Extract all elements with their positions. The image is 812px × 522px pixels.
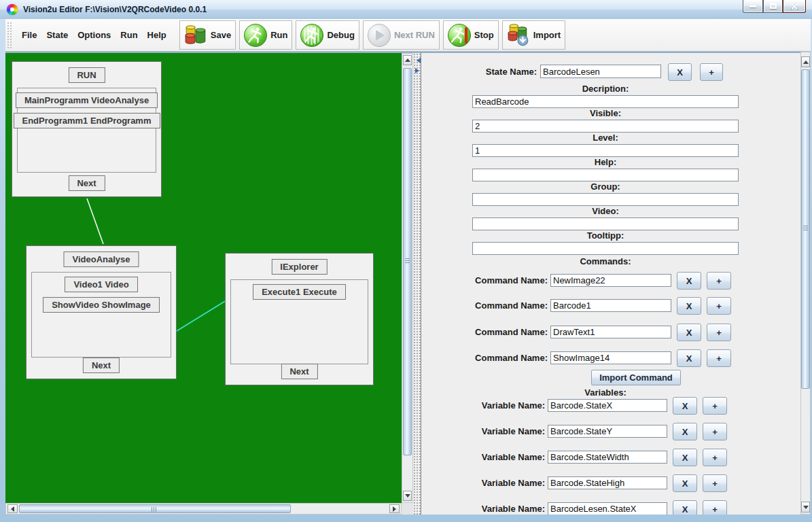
command-name-input[interactable]	[550, 299, 671, 312]
video-input[interactable]	[472, 218, 739, 230]
delete-variable-button[interactable]: X	[673, 449, 697, 466]
tooltip-input[interactable]	[472, 242, 739, 255]
variable-row: Variable Name: X +	[421, 500, 800, 515]
delete-variable-button[interactable]: X	[673, 423, 697, 440]
arrow-up-icon	[405, 56, 410, 62]
panel-vertical-scrollbar[interactable]	[800, 52, 811, 515]
help-input[interactable]	[472, 169, 739, 181]
add-variable-button[interactable]: +	[703, 449, 727, 466]
add-command-button[interactable]: +	[707, 324, 731, 341]
app-window: Vision2u Editor F:\Vision\V2QRCodeVideo …	[0, 0, 812, 522]
window-title: Vision2u Editor F:\Vision\V2QRCodeVideo …	[23, 5, 207, 14]
delete-variable-button[interactable]: X	[673, 500, 697, 515]
visible-label: Visible:	[472, 108, 739, 119]
split-divider[interactable]	[413, 52, 421, 515]
app-icon	[7, 4, 18, 15]
import-command-button[interactable]: Import Command	[591, 370, 681, 385]
delete-command-button[interactable]: X	[677, 324, 701, 341]
maximize-button[interactable]	[763, 0, 783, 13]
collapse-left-icon[interactable]	[414, 58, 421, 63]
variable-name-input[interactable]	[548, 502, 667, 515]
state-command-button[interactable]: Video1 Video	[65, 277, 137, 292]
toolbar-run-button[interactable]: Run	[239, 20, 292, 50]
command-row: Command Name: X +	[421, 297, 800, 315]
scroll-left-button[interactable]	[7, 504, 18, 513]
add-variable-button[interactable]: +	[703, 397, 727, 415]
add-command-button[interactable]: +	[707, 349, 731, 367]
toolbar-import-button[interactable]: Import	[502, 20, 565, 50]
menu-options[interactable]: Options	[73, 20, 116, 51]
state-command-button[interactable]: MainProgramm VideoAnalyse	[16, 92, 158, 108]
canvas-horizontal-scrollbar[interactable]	[5, 503, 402, 515]
scroll-down-button[interactable]	[403, 491, 412, 501]
state-command-button[interactable]: EndProgramm1 EndProgramm	[14, 113, 160, 128]
description-input[interactable]	[472, 95, 739, 108]
state-command-button[interactable]: Execute1 Execute	[253, 284, 346, 300]
add-variable-button[interactable]: +	[703, 423, 727, 440]
state-name-input[interactable]	[540, 65, 661, 78]
add-command-button[interactable]: +	[707, 272, 731, 290]
level-input[interactable]	[472, 144, 739, 157]
delete-variable-button[interactable]: X	[673, 474, 697, 492]
command-name-input[interactable]	[550, 351, 671, 364]
toolbar-stop-button[interactable]: Stop	[443, 20, 499, 50]
state-box-run[interactable]: RUN MainProgramm VideoAnalyse EndProgram…	[12, 61, 162, 197]
state-box-videoanalyse[interactable]: VideoAnalyse Video1 Video ShowVideo Show…	[26, 245, 177, 379]
canvas-hscroll-thumb[interactable]	[19, 504, 291, 513]
canvas-vertical-scrollbar[interactable]	[402, 53, 413, 503]
variable-name-input[interactable]	[548, 451, 667, 464]
variable-name-input[interactable]	[548, 476, 667, 489]
menu-file[interactable]: File	[17, 20, 41, 51]
delete-command-button[interactable]: X	[677, 297, 701, 315]
toolbar-next-run-button: Next RUN	[363, 20, 440, 50]
state-title-button[interactable]: IExplorer	[271, 259, 327, 275]
arrow-up-icon	[803, 58, 809, 64]
group-label: Group:	[472, 181, 739, 192]
panel-scroll-thumb[interactable]	[801, 69, 810, 389]
state-title-button[interactable]: RUN	[68, 67, 105, 83]
variable-name-input[interactable]	[548, 399, 667, 412]
scroll-up-button[interactable]	[403, 55, 412, 65]
command-name-input[interactable]	[550, 326, 671, 338]
menu-run[interactable]: Run	[116, 20, 142, 51]
add-command-button[interactable]: +	[707, 297, 731, 315]
state-canvas[interactable]: RUN MainProgramm VideoAnalyse EndProgram…	[5, 53, 402, 503]
delete-command-button[interactable]: X	[677, 272, 701, 290]
minimize-button[interactable]	[743, 0, 763, 13]
scroll-right-button[interactable]	[389, 504, 400, 513]
command-name-label: Command Name:	[421, 349, 548, 367]
toolbar-save-button[interactable]: Save	[179, 20, 236, 50]
tooltip-label: Tooltipp:	[472, 230, 739, 241]
visible-input[interactable]	[472, 120, 739, 133]
delete-state-button[interactable]: X	[668, 63, 692, 81]
add-variable-button[interactable]: +	[703, 500, 727, 515]
link-run-to-videoanalyse	[87, 198, 103, 244]
add-variable-button[interactable]: +	[703, 474, 727, 492]
menu-help[interactable]: Help	[143, 20, 171, 51]
delete-variable-button[interactable]: X	[673, 397, 697, 415]
state-title-button[interactable]: VideoAnalyse	[63, 251, 139, 267]
toolbar-next-run-label: Next RUN	[394, 30, 435, 40]
add-state-button[interactable]: +	[700, 63, 723, 81]
state-name-row: State Name: X +	[421, 63, 800, 81]
panel-scroll-down-button[interactable]	[801, 502, 810, 512]
next-button[interactable]: Next	[281, 364, 317, 379]
command-name-input[interactable]	[550, 274, 671, 287]
variable-name-label: Variable Name:	[421, 449, 545, 466]
state-properties-panel: State Name: X + Decription: Visible: Lev…	[421, 52, 800, 515]
panel-scroll-up-button[interactable]	[801, 56, 810, 67]
scrollbar-corner	[402, 503, 413, 515]
menu-state[interactable]: State	[41, 20, 73, 51]
state-command-button[interactable]: ShowVideo ShowImage	[43, 297, 160, 313]
canvas-vscroll-thumb[interactable]	[403, 68, 412, 455]
toolbar-debug-button[interactable]: Debug	[296, 20, 359, 50]
toolbar-drag-grip[interactable]	[7, 22, 13, 49]
group-input[interactable]	[472, 193, 739, 206]
state-box-iexplorer[interactable]: IExplorer Execute1 Execute Next	[225, 253, 374, 385]
delete-command-button[interactable]: X	[677, 349, 701, 367]
link-videoanalyse-to-iexplorer	[177, 300, 226, 331]
close-button[interactable]	[783, 0, 806, 13]
next-button[interactable]: Next	[68, 175, 105, 191]
variable-name-input[interactable]	[548, 425, 667, 438]
next-button[interactable]: Next	[83, 358, 120, 373]
